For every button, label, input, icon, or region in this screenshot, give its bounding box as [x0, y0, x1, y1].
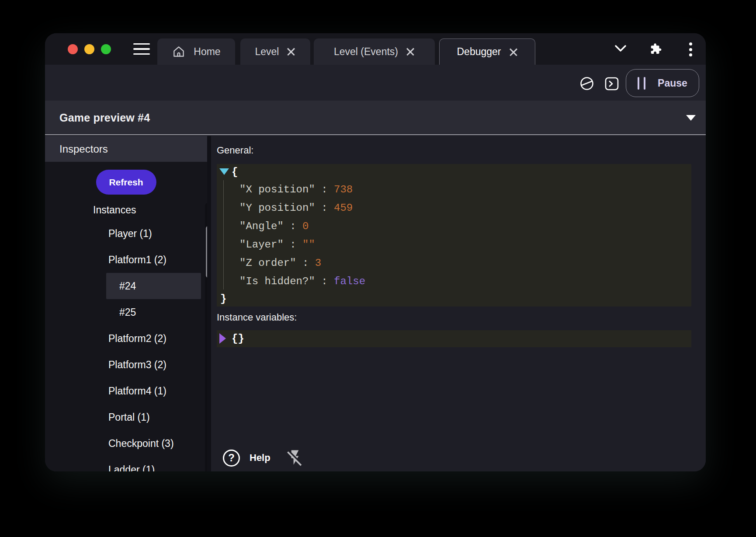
flash-off-icon[interactable]: [286, 449, 304, 467]
json-value[interactable]: false: [334, 275, 365, 287]
json-key: "Y position" :: [239, 202, 334, 214]
traffic-lights: [68, 33, 111, 65]
tab-home[interactable]: Home: [157, 38, 235, 65]
json-value[interactable]: 459: [334, 202, 353, 214]
close-icon[interactable]: [287, 47, 295, 56]
json-key: "X position" :: [239, 184, 334, 195]
titlebar: Home Level Level (Events) Debugger: [45, 33, 706, 65]
expand-expander-icon[interactable]: [219, 333, 226, 344]
extensions-icon[interactable]: [649, 42, 662, 56]
instance-tree-item[interactable]: Checkpoint (3): [106, 430, 201, 457]
instance-tree-item-label: Portal (1): [108, 411, 150, 423]
variables-value: {}: [232, 333, 244, 345]
variables-json-view: {}: [217, 330, 691, 347]
sidebar-scrollbar-thumb[interactable]: [206, 226, 207, 278]
instance-tree-item-label: #25: [119, 307, 136, 318]
instance-tree-item-label: Platform2 (2): [108, 333, 166, 345]
help-icon[interactable]: ?: [223, 450, 240, 467]
refresh-button[interactable]: Refresh: [96, 170, 156, 195]
json-value[interactable]: 3: [315, 257, 321, 269]
instance-variables-label: Instance variables:: [217, 312, 297, 323]
home-icon: [172, 45, 186, 59]
instance-tree-item[interactable]: Platform1 (2): [106, 247, 201, 273]
content-area: Inspectors Refresh Instances Player (1)P…: [45, 136, 706, 471]
inspector-detail-panel: General: { "X position" : 738"Y position…: [211, 136, 706, 471]
instance-tree-item-label: Player (1): [108, 228, 152, 240]
tab-label: Level (Events): [334, 46, 398, 58]
preview-title: Game preview #4: [59, 112, 150, 124]
json-key: "Z order" :: [239, 257, 315, 269]
json-value[interactable]: 738: [334, 184, 353, 195]
tab-level[interactable]: Level: [240, 38, 310, 65]
instance-tree-item[interactable]: Platform3 (2): [106, 352, 201, 378]
pause-button[interactable]: Pause: [626, 69, 699, 97]
close-icon[interactable]: [406, 47, 415, 56]
tab-label: Home: [194, 46, 220, 58]
json-value[interactable]: 0: [302, 220, 309, 232]
json-entry: "X position" : 738: [217, 181, 691, 199]
tab-label: Level: [255, 46, 279, 58]
minimize-window-button[interactable]: [84, 44, 94, 54]
collapse-caret-icon[interactable]: [686, 115, 696, 121]
json-entry: "Z order" : 3: [217, 254, 691, 272]
menu-icon[interactable]: [133, 41, 150, 57]
help-row: ? Help: [223, 449, 304, 467]
close-window-button[interactable]: [68, 44, 78, 54]
indent-guide: [223, 180, 224, 289]
console-icon[interactable]: [605, 77, 619, 91]
kebab-menu-icon[interactable]: [687, 42, 694, 56]
maximize-window-button[interactable]: [101, 44, 111, 54]
instance-tree-item[interactable]: Platform4 (1): [106, 378, 201, 404]
instance-tree-item-label: #24: [119, 280, 136, 292]
json-entry: "Y position" : 459: [217, 199, 691, 217]
profiler-icon[interactable]: [580, 77, 594, 91]
json-value[interactable]: "": [302, 239, 315, 251]
instance-tree-item-label: Platform3 (2): [108, 359, 166, 371]
help-label[interactable]: Help: [250, 452, 270, 464]
instance-tree-item-label: Checkpoint (3): [108, 438, 174, 450]
general-json-entries: "X position" : 738"Y position" : 459"Ang…: [217, 181, 691, 291]
instance-tree-item-label: Platform1 (2): [108, 254, 166, 266]
instance-tree-item[interactable]: #24: [106, 273, 201, 299]
instances-root-node[interactable]: Instances: [93, 204, 136, 216]
instance-tree-item[interactable]: Platform2 (2): [106, 325, 201, 352]
json-entry: "Is hidden?" : false: [217, 272, 691, 291]
general-json-view: { "X position" : 738"Y position" : 459"A…: [217, 164, 691, 307]
inspectors-sidebar: Inspectors Refresh Instances Player (1)P…: [45, 136, 211, 471]
debugger-window: Home Level Level (Events) Debugger: [45, 33, 706, 471]
json-entry: "Angle" : 0: [217, 217, 691, 236]
instance-tree-item[interactable]: Ladder (1): [106, 457, 201, 471]
close-brace: }: [220, 293, 226, 305]
tab-label: Debugger: [457, 46, 501, 58]
sidebar-header: Inspectors: [45, 136, 207, 162]
instances-list: Player (1)Platform1 (2)#24#25Platform2 (…: [106, 220, 201, 471]
json-entry: "Layer" : "": [217, 236, 691, 254]
pause-icon: [638, 77, 645, 90]
json-key: "Is hidden?" :: [239, 275, 334, 287]
collapse-expander-icon[interactable]: [219, 168, 229, 175]
sidebar-body: Refresh Instances Player (1)Platform1 (2…: [45, 162, 207, 471]
preview-accordion-header[interactable]: Game preview #4: [45, 101, 706, 135]
chevron-down-icon[interactable]: [615, 45, 626, 52]
general-label: General:: [217, 145, 253, 156]
json-key: "Angle" :: [239, 220, 302, 232]
tab-level-events[interactable]: Level (Events): [314, 38, 435, 65]
json-key: "Layer" :: [239, 239, 302, 251]
instance-tree-item[interactable]: Portal (1): [106, 404, 201, 430]
instance-tree-item-label: Platform4 (1): [108, 385, 166, 397]
instance-tree-item[interactable]: #25: [106, 299, 201, 325]
instance-tree-item-label: Ladder (1): [108, 464, 155, 472]
debugger-toolbar: Pause: [45, 65, 706, 101]
close-icon[interactable]: [509, 48, 518, 56]
open-brace: {: [232, 166, 238, 178]
sidebar-title: Inspectors: [59, 143, 108, 155]
instance-tree-item[interactable]: Player (1): [106, 220, 201, 247]
tab-debugger[interactable]: Debugger: [439, 38, 535, 65]
